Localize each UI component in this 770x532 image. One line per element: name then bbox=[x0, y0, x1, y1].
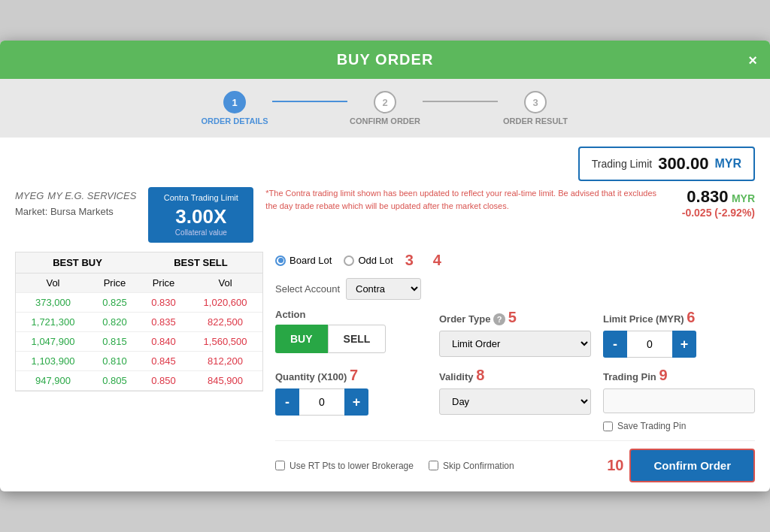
contra-notice: *The Contra trading limit shown has been… bbox=[265, 187, 669, 212]
limit-price-control: - + bbox=[603, 331, 755, 358]
sell-vol: 1,020,600 bbox=[188, 293, 262, 313]
buy-price: 0.810 bbox=[90, 352, 139, 371]
trading-pin-input[interactable] bbox=[603, 388, 755, 413]
step-2-circle: 2 bbox=[374, 91, 396, 113]
select-account-row: Select Account Contra Cash Margin bbox=[275, 278, 755, 300]
trading-limit-value: 300.00 bbox=[658, 154, 708, 174]
step-3: 3 ORDER RESULT bbox=[498, 91, 573, 125]
trading-limit-box: Trading Limit 300.00 MYR bbox=[578, 147, 755, 181]
action-label: Action bbox=[275, 309, 427, 320]
best-sell-header: BEST SELL bbox=[139, 252, 262, 274]
stock-name: MYEG MY E.G. SERVICES bbox=[15, 187, 136, 203]
board-lot-label: Board Lot bbox=[290, 255, 332, 266]
stock-market: Market: Bursa Markets bbox=[15, 206, 136, 217]
trading-limit-label: Trading Limit bbox=[592, 158, 652, 170]
board-lot-radio[interactable]: Board Lot bbox=[275, 255, 332, 266]
close-button[interactable]: × bbox=[748, 51, 758, 68]
step-num-8: 8 bbox=[476, 367, 484, 383]
buy-vol: 947,900 bbox=[16, 371, 90, 391]
use-rt-label: Use RT Pts to lower Brokerage bbox=[290, 461, 414, 471]
quantity-group: Quantity (X100) 7 - + bbox=[275, 367, 427, 416]
save-pin-label: Save Trading Pin bbox=[617, 421, 686, 431]
col-buy-price: Price bbox=[90, 274, 139, 293]
action-buttons: BUY SELL bbox=[275, 325, 427, 353]
stock-info-row: MYEG MY E.G. SERVICES Market: Bursa Mark… bbox=[15, 187, 755, 243]
step-1: 1 ORDER DETAILS bbox=[197, 91, 272, 125]
step-2-label: CONFIRM ORDER bbox=[350, 116, 420, 125]
table-row: 373,000 0.825 0.830 1,020,600 bbox=[16, 293, 262, 313]
buy-vol: 1,103,900 bbox=[16, 352, 90, 371]
limit-price-minus[interactable]: - bbox=[603, 331, 627, 358]
sell-vol: 845,900 bbox=[188, 371, 262, 391]
step-line-2 bbox=[423, 101, 498, 102]
use-rt-checkbox[interactable] bbox=[275, 461, 285, 470]
step-num-4: 4 bbox=[433, 252, 441, 269]
trading-pin-label: Trading Pin 9 bbox=[603, 367, 755, 384]
stock-info: MYEG MY E.G. SERVICES Market: Bursa Mark… bbox=[15, 187, 136, 217]
order-table: BEST BUY BEST SELL Vol Price Price Vol 3… bbox=[15, 252, 263, 391]
stock-price-currency: MYR bbox=[732, 192, 755, 204]
limit-price-plus[interactable]: + bbox=[672, 331, 696, 358]
save-pin-checkbox[interactable] bbox=[603, 422, 613, 431]
col-sell-price: Price bbox=[139, 274, 188, 293]
modal-title: BUY ORDER bbox=[337, 51, 434, 68]
sell-vol: 812,200 bbox=[188, 352, 262, 371]
step-num-5: 5 bbox=[508, 309, 517, 325]
sell-button[interactable]: SELL bbox=[328, 325, 387, 353]
confirm-order-button[interactable]: Confirm Order bbox=[629, 449, 755, 482]
buy-price: 0.825 bbox=[90, 293, 139, 313]
bottom-row: Use RT Pts to lower Brokerage Skip Confi… bbox=[275, 440, 755, 482]
buy-button[interactable]: BUY bbox=[275, 325, 328, 353]
buy-order-modal: BUY ORDER × 1 ORDER DETAILS 2 CONFIRM OR… bbox=[0, 41, 770, 491]
step-num-10: 10 bbox=[607, 457, 623, 474]
odd-lot-radio-circle bbox=[344, 255, 354, 266]
quantity-input[interactable] bbox=[299, 388, 344, 416]
limit-price-label: Limit Price (MYR) 6 bbox=[603, 309, 755, 326]
contra-sub: Collateral value bbox=[159, 228, 243, 237]
save-pin-row: Save Trading Pin bbox=[603, 421, 755, 431]
col-buy-vol: Vol bbox=[16, 274, 90, 293]
buy-price: 0.805 bbox=[90, 371, 139, 391]
qty-minus[interactable]: - bbox=[275, 388, 299, 416]
odd-lot-radio[interactable]: Odd Lot bbox=[344, 255, 393, 266]
step-1-label: ORDER DETAILS bbox=[201, 116, 268, 125]
validity-group: Validity 8 Day Good Till Cancelled bbox=[439, 367, 591, 415]
order-type-label: Order Type ? 5 bbox=[439, 309, 591, 326]
price-info: 0.830 MYR -0.025 (-2.92%) bbox=[682, 187, 755, 219]
contra-box: Contra Trading Limit 3.00X Collateral va… bbox=[148, 187, 253, 243]
lot-type-row: Board Lot Odd Lot 3 4 bbox=[275, 252, 755, 269]
action-group: Action BUY SELL bbox=[275, 309, 427, 353]
select-account-label: Select Account bbox=[275, 283, 340, 295]
limit-price-input[interactable] bbox=[627, 331, 672, 358]
skip-confirm-checkbox-label[interactable]: Skip Confirmation bbox=[429, 461, 514, 471]
stock-price-change: -0.025 (-2.92%) bbox=[682, 207, 755, 219]
stepper: 1 ORDER DETAILS 2 CONFIRM ORDER 3 ORDER … bbox=[0, 79, 770, 138]
sell-vol: 1,560,500 bbox=[188, 332, 262, 352]
step-num-6: 6 bbox=[687, 309, 695, 325]
sell-price: 0.830 bbox=[139, 293, 188, 313]
stock-price: 0.830 bbox=[687, 187, 728, 206]
best-buy-header: BEST BUY bbox=[16, 252, 139, 274]
order-type-select[interactable]: Limit Order Market Order bbox=[439, 331, 591, 357]
validity-select[interactable]: Day Good Till Cancelled bbox=[439, 388, 591, 415]
qty-plus[interactable]: + bbox=[344, 388, 368, 416]
skip-confirm-checkbox[interactable] bbox=[429, 461, 438, 470]
table-row: 1,047,900 0.815 0.840 1,560,500 bbox=[16, 332, 262, 352]
buy-vol: 1,721,300 bbox=[16, 313, 90, 332]
sell-price: 0.835 bbox=[139, 313, 188, 332]
buy-vol: 373,000 bbox=[16, 293, 90, 313]
step-num-3: 3 bbox=[405, 252, 414, 269]
sell-price: 0.845 bbox=[139, 352, 188, 371]
col-sell-vol: Vol bbox=[188, 274, 262, 293]
content-area: Trading Limit 300.00 MYR MYEG MY E.G. SE… bbox=[0, 138, 770, 491]
form-row-2: Quantity (X100) 7 - + Validity 8 bbox=[275, 367, 755, 431]
table-row: 1,721,300 0.820 0.835 822,500 bbox=[16, 313, 262, 332]
account-select[interactable]: Contra Cash Margin bbox=[346, 278, 421, 300]
board-lot-radio-circle bbox=[275, 255, 286, 266]
order-type-info-icon[interactable]: ? bbox=[493, 313, 505, 325]
main-area: BEST BUY BEST SELL Vol Price Price Vol 3… bbox=[15, 252, 755, 482]
use-rt-checkbox-label[interactable]: Use RT Pts to lower Brokerage bbox=[275, 461, 414, 471]
step-3-circle: 3 bbox=[524, 91, 547, 113]
sell-price: 0.840 bbox=[139, 332, 188, 352]
buy-price: 0.815 bbox=[90, 332, 139, 352]
